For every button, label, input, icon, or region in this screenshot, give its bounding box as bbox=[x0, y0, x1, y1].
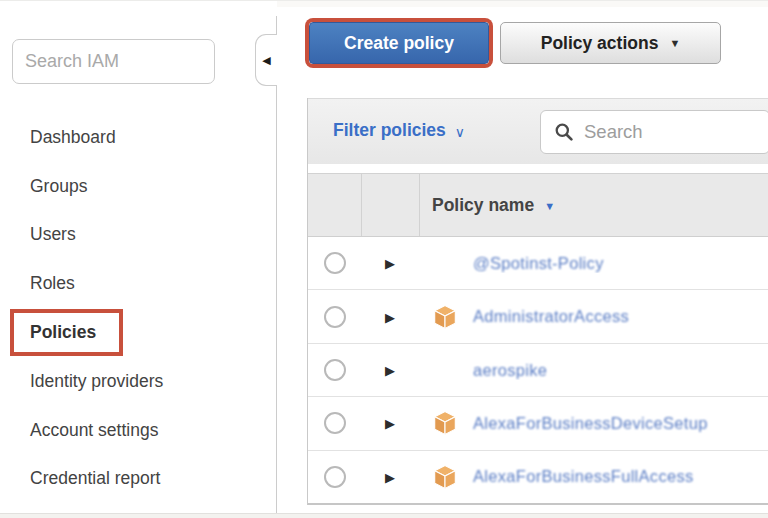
column-divider bbox=[419, 174, 420, 236]
row-expand-cell: ▶ bbox=[361, 308, 419, 326]
expand-right-icon[interactable]: ▶ bbox=[385, 416, 395, 431]
policy-name-link[interactable]: AlexaForBusinessFullAccess bbox=[473, 467, 694, 486]
policy-name-cell: AdministratorAccess bbox=[419, 304, 768, 330]
policy-name-cell: AlexaForBusinessDeviceSetup bbox=[419, 410, 768, 436]
sidebar-item-dashboard[interactable]: Dashboard bbox=[0, 113, 277, 162]
chevron-down-icon: ∨ bbox=[455, 124, 465, 140]
caret-down-icon: ▼ bbox=[669, 38, 680, 49]
expand-right-icon[interactable]: ▶ bbox=[385, 470, 395, 485]
collapse-left-icon: ◀ bbox=[262, 55, 270, 66]
filter-policies-dropdown[interactable]: Filter policies ∨ bbox=[333, 120, 465, 141]
column-header-policy-name[interactable]: Policy name ▼ bbox=[432, 174, 555, 236]
policy-search-input[interactable] bbox=[582, 120, 768, 144]
table-row: ▶aerospike bbox=[308, 344, 768, 397]
sidebar-item-label: Dashboard bbox=[30, 127, 116, 148]
expand-right-icon[interactable]: ▶ bbox=[385, 310, 395, 325]
filter-policies-label: Filter policies bbox=[333, 120, 446, 141]
sidebar-item-roles[interactable]: Roles bbox=[0, 259, 277, 308]
row-select-cell bbox=[308, 412, 361, 434]
table-header: Policy name ▼ bbox=[308, 173, 768, 237]
policy-actions-label: Policy actions bbox=[541, 33, 659, 54]
column-divider bbox=[361, 174, 362, 236]
policy-name-link[interactable]: @Spotinst-Policy bbox=[473, 254, 604, 273]
sidebar-item-label: Identity providers bbox=[30, 371, 163, 392]
row-select-cell bbox=[308, 252, 361, 274]
row-expand-cell: ▶ bbox=[361, 468, 419, 486]
sidebar-item-policies[interactable]: Policies bbox=[0, 308, 277, 357]
sidebar-item-identity-providers[interactable]: Identity providers bbox=[0, 357, 277, 406]
policy-name-header-label: Policy name bbox=[432, 195, 534, 216]
row-select-cell bbox=[308, 359, 361, 381]
policy-name-link[interactable]: AdministratorAccess bbox=[473, 307, 629, 326]
row-expand-cell: ▶ bbox=[361, 414, 419, 432]
sidebar-item-account-settings[interactable]: Account settings bbox=[0, 406, 277, 455]
sidebar-nav: DashboardGroupsUsersRolesPoliciesIdentit… bbox=[0, 113, 277, 503]
aws-managed-policy-icon bbox=[432, 410, 473, 436]
sidebar-item-label: Groups bbox=[30, 176, 87, 197]
policy-actions-button[interactable]: Policy actions ▼ bbox=[500, 22, 721, 64]
filter-bar: Filter policies ∨ bbox=[308, 98, 768, 164]
row-expand-cell: ▶ bbox=[361, 254, 419, 272]
table-row: ▶AdministratorAccess bbox=[308, 290, 768, 343]
row-select-radio[interactable] bbox=[324, 359, 346, 381]
aws-managed-policy-icon bbox=[432, 304, 473, 330]
aws-managed-policy-icon bbox=[432, 464, 473, 490]
policy-search-box bbox=[540, 110, 768, 154]
row-select-radio[interactable] bbox=[324, 306, 346, 328]
row-select-cell bbox=[308, 466, 361, 488]
table-row: ▶@Spotinst-Policy bbox=[308, 237, 768, 290]
search-icon bbox=[554, 122, 574, 142]
sidebar-item-label: Account settings bbox=[30, 420, 158, 441]
row-select-radio[interactable] bbox=[324, 252, 346, 274]
sidebar-collapse-button[interactable]: ◀ bbox=[255, 34, 277, 86]
window-bottom-edge bbox=[0, 513, 768, 518]
table-row: ▶AlexaForBusinessFullAccess bbox=[308, 451, 768, 503]
policy-name-link[interactable]: AlexaForBusinessDeviceSetup bbox=[473, 414, 708, 433]
sidebar-item-label: Credential report bbox=[30, 468, 160, 489]
policy-name-cell: AlexaForBusinessFullAccess bbox=[419, 464, 768, 490]
create-policy-button[interactable]: Create policy bbox=[309, 22, 489, 64]
policy-name-link[interactable]: aerospike bbox=[473, 361, 547, 380]
sidebar-item-label: Users bbox=[30, 224, 76, 245]
policy-name-cell: aerospike bbox=[419, 361, 768, 380]
row-select-radio[interactable] bbox=[324, 466, 346, 488]
row-select-radio[interactable] bbox=[324, 412, 346, 434]
policies-panel: Filter policies ∨ Policy name ▼ bbox=[307, 98, 768, 505]
expand-right-icon[interactable]: ▶ bbox=[385, 256, 395, 271]
sidebar-item-users[interactable]: Users bbox=[0, 211, 277, 260]
policy-table-body: ▶@Spotinst-Policy▶AdministratorAccess▶ae… bbox=[308, 237, 768, 505]
iam-policies-page: DashboardGroupsUsersRolesPoliciesIdentit… bbox=[0, 0, 768, 518]
expand-right-icon[interactable]: ▶ bbox=[385, 363, 395, 378]
search-iam-input[interactable] bbox=[12, 39, 215, 84]
sidebar-item-credential-report[interactable]: Credential report bbox=[0, 455, 277, 504]
sidebar-item-groups[interactable]: Groups bbox=[0, 162, 277, 211]
policy-name-cell: @Spotinst-Policy bbox=[419, 254, 768, 273]
sidebar-divider bbox=[276, 16, 277, 513]
sidebar-item-label: Roles bbox=[30, 273, 75, 294]
row-expand-cell: ▶ bbox=[361, 361, 419, 379]
sidebar-item-label: Policies bbox=[30, 322, 96, 343]
table-row: ▶AlexaForBusinessDeviceSetup bbox=[308, 397, 768, 450]
row-select-cell bbox=[308, 306, 361, 328]
sidebar: DashboardGroupsUsersRolesPoliciesIdentit… bbox=[0, 1, 277, 513]
sort-desc-icon: ▼ bbox=[544, 200, 555, 212]
